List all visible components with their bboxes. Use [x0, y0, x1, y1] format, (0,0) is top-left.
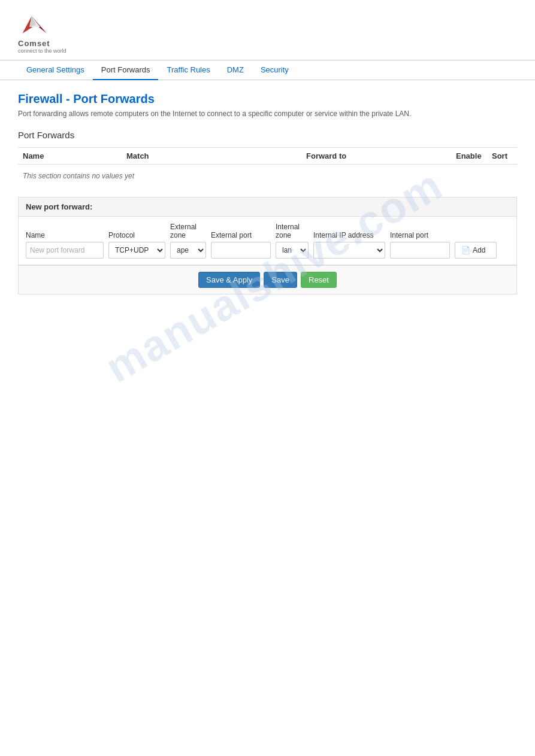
external-zone-select[interactable]: ape wan lan — [170, 242, 206, 259]
add-button-label: Add — [473, 246, 485, 254]
reset-button[interactable]: Reset — [301, 272, 337, 288]
tab-port-forwards[interactable]: Port Forwards — [93, 60, 159, 80]
new-port-forward-form: Name Protocol External zone External por… — [19, 217, 516, 265]
nav-tabs: General Settings Port Forwards Traffic R… — [0, 60, 535, 80]
internal-ip-select[interactable] — [313, 242, 385, 259]
internal-port-input[interactable] — [390, 242, 450, 259]
save-apply-button[interactable]: Save & Apply — [198, 272, 260, 288]
port-forwards-table: Name Match Forward to Enable Sort This s… — [18, 147, 517, 187]
tab-traffic-rules[interactable]: Traffic Rules — [158, 60, 218, 80]
th-name: Name — [18, 148, 122, 165]
logo-area: Comset connect to the world — [18, 11, 517, 54]
no-values-row: This section contains no values yet — [18, 165, 517, 188]
logo-text: Comset — [18, 39, 50, 48]
page-title: Firewall - Port Forwards — [18, 92, 517, 106]
label-external-zone: External zone — [170, 223, 206, 239]
external-port-input[interactable] — [211, 242, 271, 259]
th-match: Match — [122, 148, 301, 165]
label-external-port: External port — [211, 231, 271, 239]
protocol-select[interactable]: TCP+UDP TCP UDP ICMP — [108, 242, 165, 259]
label-internal-ip: Internal IP address — [313, 231, 385, 239]
th-enable: Enable — [451, 148, 487, 165]
main-content: Firewall - Port Forwards Port forwarding… — [0, 80, 535, 306]
add-button[interactable]: 📄 Add — [455, 242, 497, 259]
form-inputs-row: TCP+UDP TCP UDP ICMP ape wan lan — [26, 242, 509, 259]
page-wrapper: Comset connect to the world General Sett… — [0, 0, 535, 756]
th-sort: Sort — [487, 148, 517, 165]
th-forward-to: Forward to — [301, 148, 451, 165]
save-button[interactable]: Save — [264, 272, 297, 288]
new-port-forward-section: New port forward: Name Protocol External… — [18, 197, 517, 265]
new-port-forward-header: New port forward: — [19, 198, 516, 217]
form-column-headers: Name Protocol External zone External por… — [26, 223, 509, 239]
tab-security[interactable]: Security — [252, 60, 297, 80]
logo-icon — [18, 11, 54, 38]
tab-general-settings[interactable]: General Settings — [18, 60, 93, 80]
add-icon: 📄 — [461, 246, 470, 254]
label-protocol: Protocol — [108, 231, 165, 239]
footer-buttons: Save & Apply Save Reset — [18, 265, 517, 294]
page-description: Port forwarding allows remote computers … — [18, 110, 517, 118]
logo-tagline: connect to the world — [18, 48, 67, 54]
label-internal-port: Internal port — [390, 231, 450, 239]
name-input[interactable] — [26, 242, 104, 259]
label-name: Name — [26, 231, 104, 239]
tab-dmz[interactable]: DMZ — [219, 60, 252, 80]
header: Comset connect to the world — [0, 0, 535, 60]
no-values-message: This section contains no values yet — [18, 165, 517, 188]
internal-zone-select[interactable]: lan wan — [276, 242, 309, 259]
label-internal-zone: Internal zone — [276, 223, 309, 239]
section-title: Port Forwards — [18, 130, 517, 140]
